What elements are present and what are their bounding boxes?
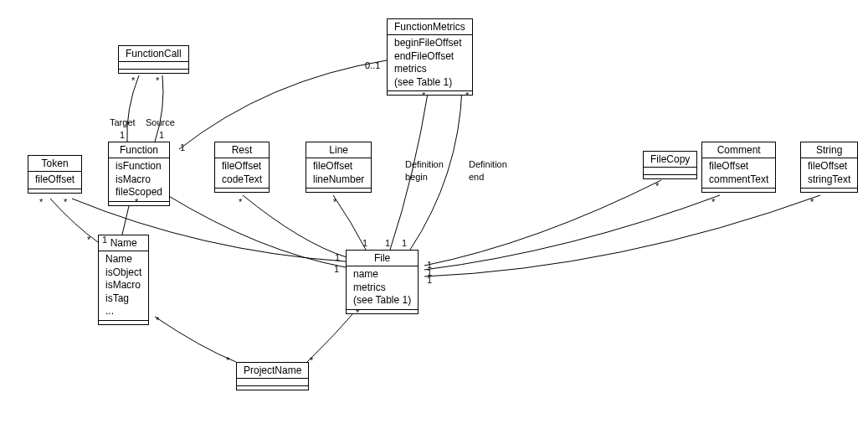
mult-star: * [422, 90, 425, 101]
attr: fileOffset [313, 160, 364, 173]
mult-star: * [655, 181, 659, 191]
attr: beginFileOffset [394, 37, 465, 50]
mult-star: * [465, 90, 469, 101]
attr: (see Table 1) [394, 76, 465, 90]
attr: isMacro [116, 173, 162, 187]
class-function: Function isFunction isMacro fileScoped [108, 142, 170, 206]
attr: isFunction [116, 160, 162, 173]
mult-star: * [810, 197, 814, 207]
mult-one: 1 [385, 238, 390, 248]
class-title: Line [306, 142, 371, 158]
attr: isTag [105, 292, 141, 306]
attr: metrics [353, 282, 411, 295]
class-title: Token [28, 156, 81, 172]
mult-one: 1 [362, 238, 367, 248]
mult-one: 1 [427, 275, 432, 285]
mult-one: 1 [402, 238, 407, 248]
class-projectname: ProjectName [236, 362, 309, 390]
mult-one: 1 [335, 252, 340, 262]
mult-star: * [156, 315, 159, 325]
class-line: Line fileOffset lineNumber [306, 142, 372, 193]
class-title: Comment [702, 142, 775, 158]
attr: isObject [105, 266, 141, 280]
mult-one: 1 [180, 142, 185, 152]
attr: commentText [709, 173, 768, 187]
attr: isMacro [105, 279, 141, 292]
mult-one: 1 [120, 130, 125, 140]
mult-star: * [39, 197, 43, 207]
mult-star: * [135, 197, 138, 207]
attr: fileOffset [35, 173, 74, 187]
mult-zeroone: 0..1 [365, 60, 380, 70]
attr: ... [105, 305, 141, 318]
role-end: end [469, 172, 484, 182]
mult-star: * [156, 75, 159, 85]
attr: (see Table 1) [353, 294, 411, 308]
class-title: FunctionMetrics [388, 19, 472, 35]
class-title: ProjectName [237, 363, 308, 379]
class-string: String fileOffset stringText [800, 142, 858, 193]
mult-star: * [226, 355, 229, 365]
class-name: Name Name isObject isMacro isTag ... [98, 235, 149, 325]
attr: fileOffset [808, 160, 850, 173]
mult-star: * [131, 75, 135, 85]
class-comment: Comment fileOffset commentText [701, 142, 776, 193]
mult-one: 1 [159, 130, 164, 140]
class-functioncall: FunctionCall [118, 45, 189, 74]
mult-one: 1 [102, 235, 107, 245]
role-definition: Definition [405, 159, 444, 169]
role-definition: Definition [469, 159, 507, 169]
class-token: Token fileOffset [28, 155, 82, 194]
attr: stringText [808, 173, 850, 187]
mult-star: * [310, 355, 313, 365]
class-title: String [801, 142, 857, 158]
attr: Name [105, 253, 141, 266]
class-title: FunctionCall [119, 46, 188, 62]
class-rest: Rest fileOffset codeText [214, 142, 270, 193]
role-source: Source [146, 117, 175, 127]
attr: endFileOffset [394, 50, 465, 64]
attr: fileOffset [222, 160, 262, 173]
mult-one: 1 [334, 264, 339, 274]
attr: fileScoped [116, 186, 162, 199]
class-functionmetrics: FunctionMetrics beginFileOffset endFileO… [387, 18, 473, 96]
mult-star: * [711, 197, 715, 207]
attr: metrics [394, 63, 465, 76]
attr: name [353, 268, 411, 282]
class-title: Function [109, 142, 169, 158]
mult-star: * [333, 197, 336, 207]
role-target: Target [110, 117, 136, 127]
class-title: Rest [215, 142, 269, 158]
attr: fileOffset [709, 160, 768, 173]
class-file: File name metrics (see Table 1) [346, 250, 419, 314]
class-title: FileCopy [644, 152, 696, 168]
mult-star: * [64, 197, 67, 207]
mult-star: * [239, 197, 242, 207]
role-begin: begin [405, 172, 428, 182]
attr: codeText [222, 173, 262, 187]
mult-star: * [356, 308, 359, 318]
mult-star: * [87, 235, 90, 245]
class-title: File [347, 251, 418, 266]
class-filecopy: FileCopy [643, 151, 697, 179]
attr: lineNumber [313, 173, 364, 187]
